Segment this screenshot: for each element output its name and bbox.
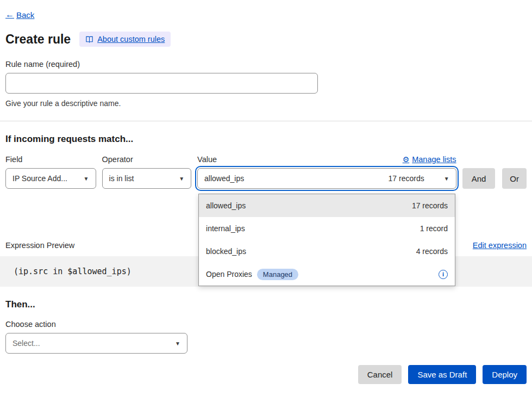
value-label-row: Value ⚙Manage lists [197,155,456,164]
field-select-value: IP Source Add... [12,174,67,183]
value-select[interactable]: allowed_ips 17 records ▼ [197,168,456,189]
match-condition-row: Field IP Source Add... ▼ Operator is in … [5,155,527,189]
list-option-name: allowed_ips [206,201,246,210]
value-label: Value [197,155,217,164]
field-select[interactable]: IP Source Add... ▼ [5,168,96,189]
value-column: Value ⚙Manage lists allowed_ips 17 recor… [197,155,456,189]
manage-lists-label: Manage lists [412,155,456,164]
about-custom-rules-chip[interactable]: About custom rules [79,32,171,47]
value-dropdown-menu: allowed_ips 17 records internal_ips 1 re… [198,194,455,286]
managed-badge: Managed [257,269,298,280]
info-icon[interactable]: i [439,270,448,279]
page-title: Create rule [5,32,71,47]
expression-preview-label: Expression Preview [5,241,74,250]
rule-name-help-text: Give your rule a descriptive name. [5,99,527,108]
back-label: Back [16,10,34,20]
action-select-placeholder: Select... [12,339,40,348]
operator-label: Operator [102,155,192,164]
chevron-down-icon: ▼ [175,341,180,347]
list-option-open-proxies[interactable]: Open Proxies Managed i [199,263,455,286]
list-option-meta: 17 records [412,201,448,210]
footer-actions: Cancel Save as Draft Deploy [5,365,527,384]
create-rule-page: ←Back Create rule About custom rules Rul… [0,0,532,384]
list-option-allowed-ips[interactable]: allowed_ips 17 records [199,194,455,217]
rule-name-label: Rule name (required) [5,60,527,69]
chevron-down-icon: ▼ [444,176,449,182]
title-row: Create rule About custom rules [5,32,527,47]
edit-expression-link[interactable]: Edit expression [473,241,527,250]
list-option-left: Open Proxies Managed [206,269,298,280]
list-option-name: Open Proxies [206,270,252,279]
manage-lists-link[interactable]: ⚙Manage lists [403,155,456,164]
operator-select[interactable]: is in list ▼ [102,168,192,189]
gear-icon: ⚙ [403,155,410,164]
list-option-internal-ips[interactable]: internal_ips 1 record [199,217,455,240]
choose-action-label: Choose action [5,320,527,329]
and-button[interactable]: And [462,168,496,189]
section-divider [0,121,532,121]
save-as-draft-button[interactable]: Save as Draft [408,365,476,384]
back-arrow-icon: ← [5,10,14,20]
or-button[interactable]: Or [502,168,527,189]
operator-column: Operator is in list ▼ [102,155,192,189]
list-option-name: internal_ips [206,224,245,233]
value-select-name: allowed_ips [204,174,244,183]
deploy-button[interactable]: Deploy [483,365,527,384]
value-select-right: 17 records ▼ [389,174,449,183]
cancel-button[interactable]: Cancel [358,365,402,384]
operator-select-value: is in list [109,174,134,183]
value-select-meta: 17 records [389,174,424,183]
list-option-blocked-ips[interactable]: blocked_ips 4 records [199,240,455,263]
list-option-name: blocked_ips [206,247,246,256]
match-section-heading: If incoming requests match... [5,134,527,145]
about-custom-rules-link[interactable]: About custom rules [97,35,165,44]
book-icon [85,35,93,44]
action-select[interactable]: Select... ▼ [5,333,187,354]
field-column: Field IP Source Add... ▼ [5,155,96,189]
chevron-down-icon: ▼ [179,176,184,182]
back-link[interactable]: ←Back [5,10,34,20]
field-label: Field [5,155,96,164]
list-option-meta: 1 record [420,224,448,233]
then-section-heading: Then... [5,299,527,310]
chevron-down-icon: ▼ [84,176,89,182]
rule-name-input[interactable] [5,73,318,94]
list-option-meta: 4 records [416,247,448,256]
